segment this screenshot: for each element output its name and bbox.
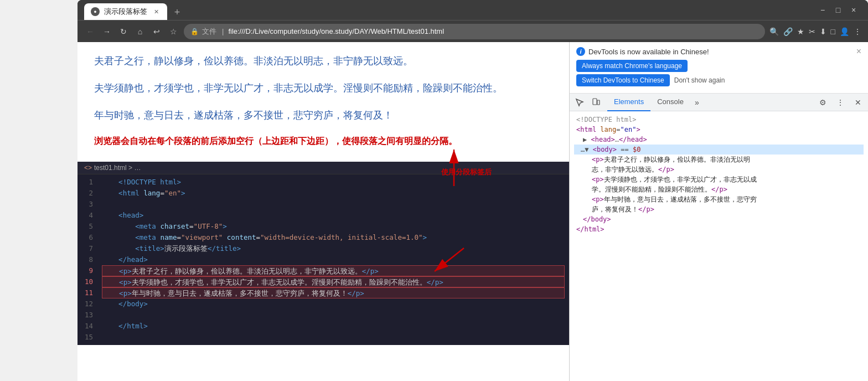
code-line-4: <head>	[102, 210, 565, 221]
new-tab-button[interactable]: +	[169, 4, 185, 20]
html-p3-line1[interactable]: <p> 年与时驰，意与日去，遂成枯落，多不接世，悲守穷	[574, 194, 864, 204]
paragraph-2: 夫学须静也，才须学也，非学无以广才，非志无以成学。淫慢则不能励精，险躁则不能治性…	[94, 80, 552, 96]
devtools-toolbar: Elements Console » ⚙ ⋮ ✕	[570, 94, 868, 111]
minimize-button[interactable]: −	[817, 6, 828, 14]
match-language-button[interactable]: Always match Chrome's language	[576, 60, 688, 72]
menu-button[interactable]: ⋮	[854, 27, 861, 36]
inspect-element-button[interactable]	[572, 95, 587, 110]
html-p1-line2[interactable]: 志，非宁静无以致远。 </p>	[574, 164, 864, 174]
devtools-html-tree: <!DOCTYPE html> <html lang = "en" > ▶ <h…	[570, 111, 868, 381]
url-actions: 🔍 🔗 ★ ✂ ⬇ □ 👤 ⋮	[769, 27, 861, 36]
html-p3-line2[interactable]: 庐，将复何及！ </p>	[574, 204, 864, 214]
code-line-3	[102, 199, 565, 210]
ln-15: 15	[82, 332, 93, 343]
code-line-6: <meta name="viewport" content="width=dev…	[102, 232, 565, 243]
home-button[interactable]: ⌂	[134, 27, 146, 36]
html-p2-line1[interactable]: <p> 夫学须静也，才须学也，非学无以广才，非志无以成	[574, 174, 864, 184]
dont-show-button[interactable]: Don't show again	[674, 76, 725, 84]
page-content: 夫君子之行，静以修身，俭以养德。非淡泊无以明志，非宁静无以致远。 夫学须静也，才…	[78, 42, 569, 162]
code-line-8: </head>	[102, 254, 565, 265]
cursor-icon	[575, 98, 584, 107]
browser-window: ● 演示段落标签 ✕ + − □ × ← → ↻ ⌂ ↩ ☆ 🔒 文件 | fi…	[78, 0, 868, 381]
device-toolbar-button[interactable]	[588, 95, 604, 110]
ln-2: 2	[82, 188, 93, 199]
ln-13: 13	[82, 310, 93, 321]
forward-button[interactable]: →	[101, 27, 113, 36]
html-head-collapsed[interactable]: ▶ <head> … </head>	[574, 135, 864, 145]
code-line-10: <p>夫学须静也，才须学也，非学无以广才，非志无以成学。淫慢则不能励精，险躁则不…	[102, 276, 565, 287]
title-bar: ● 演示段落标签 ✕ + − □ ×	[78, 0, 868, 20]
star-button[interactable]: ★	[797, 27, 804, 36]
content-area: 夫君子之行，静以修身，俭以养德。非淡泊无以明志，非宁静无以致远。 夫学须静也，才…	[78, 42, 868, 381]
tab-console[interactable]: Console	[650, 94, 690, 111]
file-label: 文件	[202, 27, 216, 37]
share-button[interactable]: 🔗	[783, 27, 793, 36]
html-doctype: <!DOCTYPE html>	[574, 115, 864, 125]
close-window-button[interactable]: ×	[848, 6, 859, 14]
line-numbers: 1 2 3 4 5 6 7 8 9 10 11 12 13 14	[78, 177, 97, 343]
html-root[interactable]: <html lang = "en" >	[574, 125, 864, 135]
cast-button[interactable]: □	[831, 27, 835, 36]
tab-favicon: ●	[91, 7, 100, 16]
more-tabs-button[interactable]: »	[690, 96, 704, 109]
ln-14: 14	[82, 321, 93, 332]
breadcrumb-text: test01.html > …	[94, 164, 141, 172]
code-line-7: <title>演示段落标签</title>	[102, 243, 565, 254]
ln-3: 3	[82, 199, 93, 210]
history-back-button[interactable]: ↩	[151, 27, 163, 36]
address-bar: ← → ↻ ⌂ ↩ ☆ 🔒 文件 | file:///D:/Live/compu…	[78, 20, 868, 42]
paragraph-3: 年与时驰，意与日去，遂成枯落，多不接世，悲守穷庐，将复何及！	[94, 107, 552, 123]
screenshot-button[interactable]: ✂	[809, 27, 815, 36]
url-text: file:///D:/Live/computer/study/one.study…	[228, 27, 444, 35]
close-devtools-button[interactable]: ✕	[850, 95, 866, 110]
device-icon	[592, 98, 601, 107]
svg-rect-2	[593, 99, 597, 105]
ln-4: 4	[82, 210, 93, 221]
html-body-close[interactable]: </body>	[574, 214, 864, 224]
info-icon: i	[576, 47, 585, 56]
html-p1-line1[interactable]: <p> 夫君子之行，静以修身，俭以养德。非淡泊无以明	[574, 155, 864, 164]
paragraph-1: 夫君子之行，静以修身，俭以养德。非淡泊无以明志，非宁静无以致远。	[94, 53, 552, 69]
back-button[interactable]: ←	[84, 27, 96, 36]
doctype-text: <!DOCTYPE html>	[576, 116, 636, 123]
url-bar[interactable]: 🔒 文件 | file:///D:/Live/computer/study/on…	[184, 24, 765, 39]
html-body-selected[interactable]: …▼ <body> == $0	[574, 145, 864, 155]
code-line-15	[102, 332, 565, 343]
settings-button[interactable]: ⚙	[815, 95, 830, 110]
notification-close-button[interactable]: ×	[856, 47, 861, 56]
tab-elements[interactable]: Elements	[607, 94, 650, 111]
bookmark-button[interactable]: ☆	[167, 27, 179, 36]
more-options-button[interactable]: ⋮	[833, 95, 848, 110]
breadcrumb-icon: <>	[84, 164, 92, 172]
notification-btn-row-2: Switch DevTools to Chinese Don't show ag…	[576, 74, 861, 86]
devtools-panel: i DevTools is now available in Chinese! …	[569, 42, 868, 381]
code-line-5: <meta charset="UTF-8">	[102, 221, 565, 232]
zoom-button[interactable]: 🔍	[769, 27, 779, 36]
code-line-9: <p>夫君子之行，静以修身，俭以养德。非淡泊无以明志，非宁静无以致远。</p>	[102, 265, 565, 276]
notification-title: i DevTools is now available in Chinese! …	[576, 47, 861, 56]
devtools-tabs: Elements Console »	[607, 94, 704, 111]
ln-11: 11	[82, 287, 93, 298]
tab-area: ● 演示段落标签 ✕ +	[84, 0, 185, 20]
tab-title: 演示段落标签	[104, 7, 147, 17]
webpage: 夫君子之行，静以修身，俭以养德。非淡泊无以明志，非宁静无以致远。 夫学须静也，才…	[78, 42, 569, 381]
html-root-close[interactable]: </html>	[574, 224, 864, 234]
reload-button[interactable]: ↻	[117, 27, 130, 36]
devtools-right-buttons: ⚙ ⋮ ✕	[815, 95, 866, 110]
ln-9: 9	[82, 265, 93, 276]
ln-10: 10	[82, 276, 93, 287]
html-p2-line2[interactable]: 学。淫慢则不能励精，险躁则不能治性。 </p>	[574, 184, 864, 194]
svg-rect-3	[597, 100, 600, 105]
annotation-text: 浏览器会自动在每个段落的前后添加空行（上边距和下边距），使得段落之间有明显的分隔…	[94, 134, 552, 148]
download-button[interactable]: ⬇	[820, 27, 826, 36]
lock-icon: 🔒	[190, 28, 199, 35]
switch-chinese-button[interactable]: Switch DevTools to Chinese	[576, 74, 670, 86]
profile-button[interactable]: 👤	[840, 27, 849, 36]
code-line-12: </body>	[102, 298, 565, 310]
tab-close-button[interactable]: ✕	[152, 7, 161, 16]
ln-7: 7	[82, 243, 93, 254]
code-line-2: <html lang="en">	[102, 188, 565, 199]
ln-12: 12	[82, 298, 93, 310]
active-tab[interactable]: ● 演示段落标签 ✕	[84, 3, 167, 20]
maximize-button[interactable]: □	[833, 6, 844, 14]
